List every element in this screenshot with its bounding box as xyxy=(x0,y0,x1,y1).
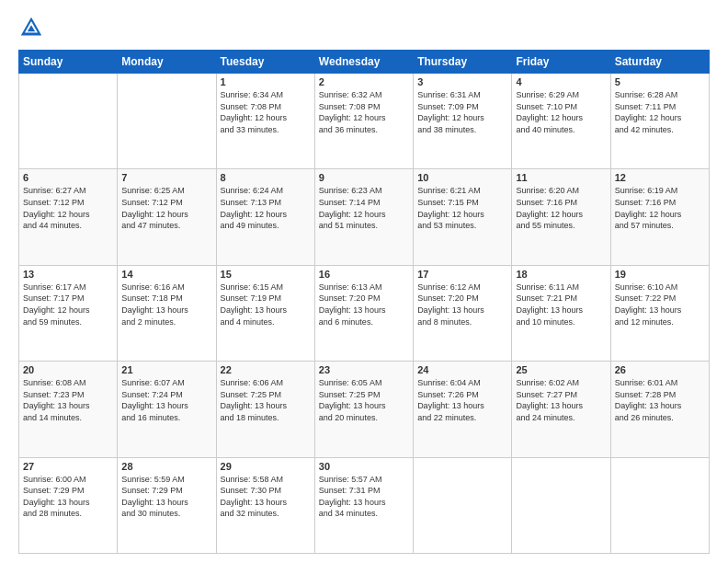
day-number: 2 xyxy=(319,76,409,87)
day-number: 12 xyxy=(615,172,705,183)
day-of-week-header: Sunday xyxy=(19,51,118,74)
calendar-week-row: 27Sunrise: 6:00 AM Sunset: 7:29 PM Dayli… xyxy=(19,457,710,553)
day-number: 17 xyxy=(417,269,507,280)
day-info: Sunrise: 6:19 AM Sunset: 7:16 PM Dayligh… xyxy=(615,185,705,231)
day-number: 20 xyxy=(23,364,113,375)
calendar-cell xyxy=(118,74,216,169)
day-info: Sunrise: 6:21 AM Sunset: 7:15 PM Dayligh… xyxy=(417,185,507,231)
day-info: Sunrise: 5:58 AM Sunset: 7:30 PM Dayligh… xyxy=(221,474,311,520)
day-number: 18 xyxy=(516,269,606,280)
day-number: 3 xyxy=(417,76,507,87)
calendar-week-row: 6Sunrise: 6:27 AM Sunset: 7:12 PM Daylig… xyxy=(19,169,710,265)
day-info: Sunrise: 6:08 AM Sunset: 7:23 PM Dayligh… xyxy=(23,377,113,423)
day-info: Sunrise: 6:27 AM Sunset: 7:12 PM Dayligh… xyxy=(23,185,113,231)
calendar-cell: 18Sunrise: 6:11 AM Sunset: 7:21 PM Dayli… xyxy=(512,265,610,361)
day-number: 5 xyxy=(615,76,705,87)
calendar-week-row: 13Sunrise: 6:17 AM Sunset: 7:17 PM Dayli… xyxy=(19,265,710,361)
logo-icon xyxy=(18,15,44,40)
day-number: 11 xyxy=(516,172,606,183)
day-info: Sunrise: 6:05 AM Sunset: 7:25 PM Dayligh… xyxy=(319,377,409,423)
calendar-week-row: 20Sunrise: 6:08 AM Sunset: 7:23 PM Dayli… xyxy=(19,362,710,457)
page: SundayMondayTuesdayWednesdayThursdayFrid… xyxy=(0,0,728,563)
calendar-cell xyxy=(512,457,610,553)
day-info: Sunrise: 6:34 AM Sunset: 7:08 PM Dayligh… xyxy=(221,89,311,135)
day-number: 16 xyxy=(319,269,409,280)
calendar-table: SundayMondayTuesdayWednesdayThursdayFrid… xyxy=(18,50,710,554)
day-number: 29 xyxy=(221,461,311,472)
day-info: Sunrise: 6:06 AM Sunset: 7:25 PM Dayligh… xyxy=(221,377,311,423)
calendar-cell: 30Sunrise: 5:57 AM Sunset: 7:31 PM Dayli… xyxy=(314,457,413,553)
calendar-cell: 3Sunrise: 6:31 AM Sunset: 7:09 PM Daylig… xyxy=(414,74,512,169)
calendar-cell: 14Sunrise: 6:16 AM Sunset: 7:18 PM Dayli… xyxy=(118,265,216,361)
calendar-cell: 6Sunrise: 6:27 AM Sunset: 7:12 PM Daylig… xyxy=(19,169,118,265)
day-number: 28 xyxy=(121,461,211,472)
day-of-week-header: Wednesday xyxy=(314,51,413,74)
calendar-cell: 26Sunrise: 6:01 AM Sunset: 7:28 PM Dayli… xyxy=(610,362,709,457)
day-number: 9 xyxy=(319,172,409,183)
day-number: 13 xyxy=(23,269,113,280)
day-number: 26 xyxy=(615,364,705,375)
day-number: 30 xyxy=(319,461,409,472)
day-number: 7 xyxy=(121,172,211,183)
calendar-cell: 28Sunrise: 5:59 AM Sunset: 7:29 PM Dayli… xyxy=(118,457,216,553)
day-info: Sunrise: 6:32 AM Sunset: 7:08 PM Dayligh… xyxy=(319,89,409,135)
day-info: Sunrise: 6:00 AM Sunset: 7:29 PM Dayligh… xyxy=(23,474,113,520)
calendar-cell: 21Sunrise: 6:07 AM Sunset: 7:24 PM Dayli… xyxy=(118,362,216,457)
day-info: Sunrise: 6:29 AM Sunset: 7:10 PM Dayligh… xyxy=(516,89,606,135)
calendar-cell: 17Sunrise: 6:12 AM Sunset: 7:20 PM Dayli… xyxy=(414,265,512,361)
calendar-cell: 25Sunrise: 6:02 AM Sunset: 7:27 PM Dayli… xyxy=(512,362,610,457)
day-info: Sunrise: 6:11 AM Sunset: 7:21 PM Dayligh… xyxy=(516,282,606,327)
calendar-cell: 24Sunrise: 6:04 AM Sunset: 7:26 PM Dayli… xyxy=(414,362,512,457)
calendar-cell xyxy=(610,457,709,553)
calendar-cell: 2Sunrise: 6:32 AM Sunset: 7:08 PM Daylig… xyxy=(314,74,413,169)
day-info: Sunrise: 6:07 AM Sunset: 7:24 PM Dayligh… xyxy=(121,377,211,423)
day-info: Sunrise: 6:31 AM Sunset: 7:09 PM Dayligh… xyxy=(417,89,507,135)
calendar-cell: 15Sunrise: 6:15 AM Sunset: 7:19 PM Dayli… xyxy=(216,265,314,361)
day-info: Sunrise: 6:04 AM Sunset: 7:26 PM Dayligh… xyxy=(417,377,507,423)
day-number: 1 xyxy=(221,76,311,87)
calendar-week-row: 1Sunrise: 6:34 AM Sunset: 7:08 PM Daylig… xyxy=(19,74,710,169)
calendar-cell xyxy=(414,457,512,553)
calendar-cell: 29Sunrise: 5:58 AM Sunset: 7:30 PM Dayli… xyxy=(216,457,314,553)
calendar-cell: 12Sunrise: 6:19 AM Sunset: 7:16 PM Dayli… xyxy=(610,169,709,265)
day-number: 14 xyxy=(121,269,211,280)
day-number: 24 xyxy=(417,364,507,375)
day-info: Sunrise: 6:13 AM Sunset: 7:20 PM Dayligh… xyxy=(319,282,409,327)
day-of-week-header: Saturday xyxy=(610,51,709,74)
calendar-cell: 8Sunrise: 6:24 AM Sunset: 7:13 PM Daylig… xyxy=(216,169,314,265)
calendar-cell: 11Sunrise: 6:20 AM Sunset: 7:16 PM Dayli… xyxy=(512,169,610,265)
day-number: 4 xyxy=(516,76,606,87)
calendar-cell: 23Sunrise: 6:05 AM Sunset: 7:25 PM Dayli… xyxy=(314,362,413,457)
day-of-week-header: Monday xyxy=(118,51,216,74)
day-number: 27 xyxy=(23,461,113,472)
day-info: Sunrise: 6:15 AM Sunset: 7:19 PM Dayligh… xyxy=(221,282,311,327)
day-info: Sunrise: 6:16 AM Sunset: 7:18 PM Dayligh… xyxy=(121,282,211,327)
day-info: Sunrise: 6:17 AM Sunset: 7:17 PM Dayligh… xyxy=(23,282,113,327)
day-number: 6 xyxy=(23,172,113,183)
day-info: Sunrise: 6:25 AM Sunset: 7:12 PM Dayligh… xyxy=(121,185,211,231)
day-of-week-header: Tuesday xyxy=(216,51,314,74)
day-info: Sunrise: 6:12 AM Sunset: 7:20 PM Dayligh… xyxy=(417,282,507,327)
day-number: 8 xyxy=(221,172,311,183)
calendar-cell: 13Sunrise: 6:17 AM Sunset: 7:17 PM Dayli… xyxy=(19,265,118,361)
calendar-cell: 27Sunrise: 6:00 AM Sunset: 7:29 PM Dayli… xyxy=(19,457,118,553)
calendar-cell: 16Sunrise: 6:13 AM Sunset: 7:20 PM Dayli… xyxy=(314,265,413,361)
logo xyxy=(18,15,48,40)
day-number: 19 xyxy=(615,269,705,280)
day-info: Sunrise: 6:10 AM Sunset: 7:22 PM Dayligh… xyxy=(615,282,705,327)
day-info: Sunrise: 6:02 AM Sunset: 7:27 PM Dayligh… xyxy=(516,377,606,423)
calendar-cell: 4Sunrise: 6:29 AM Sunset: 7:10 PM Daylig… xyxy=(512,74,610,169)
day-number: 21 xyxy=(121,364,211,375)
calendar-header-row: SundayMondayTuesdayWednesdayThursdayFrid… xyxy=(19,51,710,74)
day-number: 10 xyxy=(417,172,507,183)
day-info: Sunrise: 6:01 AM Sunset: 7:28 PM Dayligh… xyxy=(615,377,705,423)
day-number: 15 xyxy=(221,269,311,280)
day-info: Sunrise: 6:24 AM Sunset: 7:13 PM Dayligh… xyxy=(221,185,311,231)
header xyxy=(18,15,710,40)
day-info: Sunrise: 6:23 AM Sunset: 7:14 PM Dayligh… xyxy=(319,185,409,231)
day-number: 23 xyxy=(319,364,409,375)
calendar-cell: 19Sunrise: 6:10 AM Sunset: 7:22 PM Dayli… xyxy=(610,265,709,361)
day-info: Sunrise: 6:28 AM Sunset: 7:11 PM Dayligh… xyxy=(615,89,705,135)
day-number: 22 xyxy=(221,364,311,375)
day-info: Sunrise: 6:20 AM Sunset: 7:16 PM Dayligh… xyxy=(516,185,606,231)
